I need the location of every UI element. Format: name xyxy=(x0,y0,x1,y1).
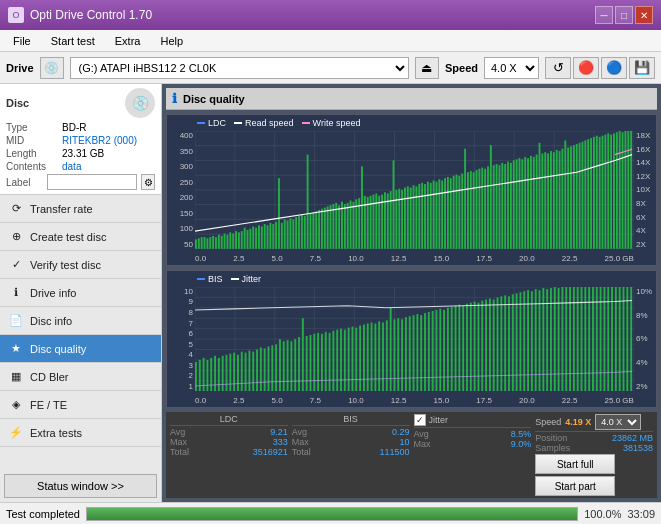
svg-rect-273 xyxy=(485,299,487,391)
sidebar-item-cd-bler[interactable]: ▦ CD Bler xyxy=(0,363,161,391)
svg-rect-60 xyxy=(307,155,309,249)
maximize-button[interactable]: □ xyxy=(615,6,633,24)
svg-rect-266 xyxy=(458,305,460,391)
settings-button[interactable]: 🔴 xyxy=(573,57,599,79)
start-part-button[interactable]: Start part xyxy=(535,476,615,496)
read-speed-legend-dot xyxy=(234,122,242,124)
drive-action-button[interactable]: ⏏ xyxy=(415,57,439,79)
svg-rect-95 xyxy=(407,186,409,248)
svg-rect-100 xyxy=(421,183,423,249)
drive-eject-icon[interactable]: 💿 xyxy=(40,57,64,79)
nav-items: ⟳ Transfer rate ⊕ Create test disc ✓ Ver… xyxy=(0,195,161,447)
svg-rect-250 xyxy=(397,318,399,391)
start-full-button[interactable]: Start full xyxy=(535,454,615,474)
disc-quality-header: ℹ Disc quality xyxy=(166,88,657,110)
speed-dropdown[interactable]: 4.0 X xyxy=(595,414,641,430)
speed-select[interactable]: 4.0 X xyxy=(484,57,539,79)
svg-rect-22 xyxy=(198,238,200,249)
svg-rect-160 xyxy=(593,137,595,249)
ldc-legend-label: LDC xyxy=(208,118,226,128)
ldc-legend: LDC Read speed Write speed xyxy=(197,118,360,128)
menu-extra[interactable]: Extra xyxy=(106,32,150,50)
svg-rect-217 xyxy=(271,345,273,391)
svg-rect-270 xyxy=(474,301,476,391)
options-button[interactable]: 🔵 xyxy=(601,57,627,79)
transfer-rate-label: Transfer rate xyxy=(30,203,93,215)
disc-label-input[interactable] xyxy=(47,174,137,190)
svg-rect-158 xyxy=(587,139,589,249)
svg-rect-235 xyxy=(340,328,342,391)
svg-rect-89 xyxy=(390,191,392,249)
save-button[interactable]: 💾 xyxy=(629,57,655,79)
svg-rect-42 xyxy=(255,228,257,249)
close-button[interactable]: ✕ xyxy=(635,6,653,24)
svg-rect-152 xyxy=(570,146,572,248)
svg-rect-233 xyxy=(332,331,334,391)
progress-bar xyxy=(86,507,578,521)
svg-rect-200 xyxy=(206,360,208,391)
svg-rect-162 xyxy=(599,137,601,249)
status-window-button[interactable]: Status window >> xyxy=(4,474,157,498)
avg-label: Avg xyxy=(170,427,185,437)
svg-rect-261 xyxy=(439,309,441,391)
svg-rect-240 xyxy=(359,325,361,391)
svg-rect-263 xyxy=(447,308,449,391)
svg-rect-274 xyxy=(489,298,491,391)
svg-rect-134 xyxy=(519,158,521,249)
sidebar-item-drive-info[interactable]: ℹ Drive info xyxy=(0,279,161,307)
svg-rect-96 xyxy=(410,188,412,249)
svg-rect-244 xyxy=(374,323,376,391)
drive-select[interactable]: (G:) ATAPI iHBS112 2 CL0K xyxy=(70,57,409,79)
svg-rect-51 xyxy=(281,223,283,249)
svg-rect-87 xyxy=(384,192,386,249)
sidebar-item-transfer-rate[interactable]: ⟳ Transfer rate xyxy=(0,195,161,223)
jitter-header: Jitter xyxy=(429,415,449,425)
bis-chart-svg xyxy=(195,287,634,391)
svg-rect-229 xyxy=(317,333,319,391)
svg-rect-286 xyxy=(535,289,537,391)
svg-rect-241 xyxy=(363,324,365,391)
disc-label-edit-button[interactable]: ⚙ xyxy=(141,174,155,190)
svg-rect-67 xyxy=(327,206,329,248)
sidebar-item-disc-quality[interactable]: ★ Disc quality xyxy=(0,335,161,363)
svg-rect-102 xyxy=(427,182,429,249)
bis-legend-dot xyxy=(197,278,205,280)
sidebar-item-disc-info[interactable]: 📄 Disc info xyxy=(0,307,161,335)
svg-rect-98 xyxy=(415,186,417,248)
svg-rect-127 xyxy=(498,165,500,249)
svg-rect-101 xyxy=(424,184,426,249)
svg-rect-91 xyxy=(395,190,397,249)
menu-start-test[interactable]: Start test xyxy=(42,32,104,50)
refresh-button[interactable]: ↺ xyxy=(545,57,571,79)
svg-rect-145 xyxy=(550,151,552,249)
svg-rect-39 xyxy=(247,230,249,249)
svg-rect-156 xyxy=(582,142,584,249)
svg-rect-74 xyxy=(347,203,349,249)
app-icon: O xyxy=(8,7,24,23)
svg-rect-45 xyxy=(264,224,266,249)
svg-rect-63 xyxy=(315,211,317,249)
svg-rect-280 xyxy=(512,294,514,391)
svg-rect-255 xyxy=(416,314,418,391)
menu-help[interactable]: Help xyxy=(151,32,192,50)
sidebar-item-extra-tests[interactable]: ⚡ Extra tests xyxy=(0,419,161,447)
sidebar-item-verify-test-disc[interactable]: ✓ Verify test disc xyxy=(0,251,161,279)
menu-file[interactable]: File xyxy=(4,32,40,50)
svg-rect-119 xyxy=(476,170,478,249)
disc-info-icon: 📄 xyxy=(8,313,24,329)
stats-container: LDC Avg 9.21 Max 333 Total 3516921 BIS xyxy=(166,412,657,498)
bis-total: 111500 xyxy=(379,447,409,457)
disc-length-value: 23.31 GB xyxy=(62,148,104,159)
disc-type-value: BD-R xyxy=(62,122,86,133)
app-title: Opti Drive Control 1.70 xyxy=(30,8,152,22)
sidebar-item-fe-te[interactable]: ◈ FE / TE xyxy=(0,391,161,419)
disc-contents-value: data xyxy=(62,161,81,172)
svg-rect-133 xyxy=(516,159,518,249)
verify-test-disc-label: Verify test disc xyxy=(30,259,101,271)
minimize-button[interactable]: ─ xyxy=(595,6,613,24)
sidebar-item-create-test-disc[interactable]: ⊕ Create test disc xyxy=(0,223,161,251)
svg-rect-199 xyxy=(203,358,205,391)
svg-rect-202 xyxy=(214,356,216,391)
jitter-checkbox[interactable]: ✓ xyxy=(414,414,426,426)
svg-rect-128 xyxy=(501,163,503,249)
